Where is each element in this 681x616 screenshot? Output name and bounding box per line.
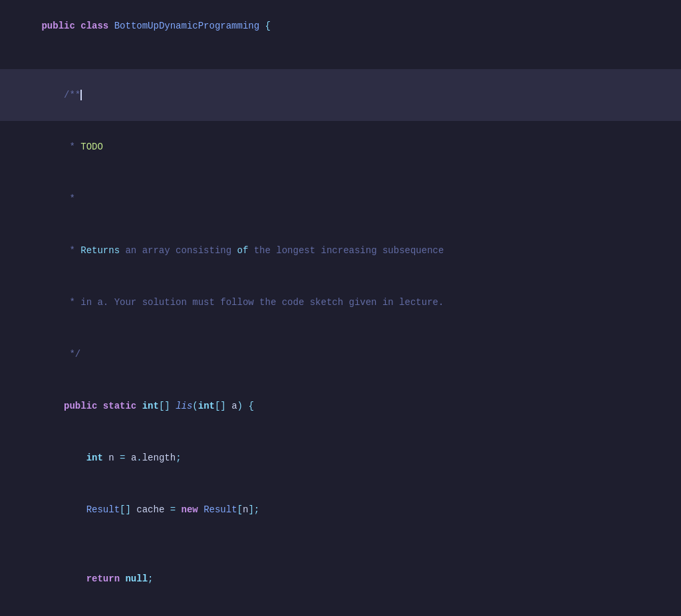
code-line: public class BottomUpDynamicProgramming … [0,0,681,52]
code-line: Result[] cache = new Result[n]; [0,484,681,536]
code-line: } [0,605,681,616]
code-line: * [0,173,681,225]
code-editor: public class BottomUpDynamicProgramming … [0,0,681,616]
code-line: */ [0,328,681,380]
code-line: * TODO [0,121,681,173]
code-line: * in a. Your solution must follow the co… [0,276,681,328]
code-line: /** [0,69,681,121]
code-line: int n = a.length; [0,432,681,484]
code-line [0,536,681,553]
code-line: * Returns an array consisting of the lon… [0,225,681,276]
code-line [0,52,681,69]
code-line: return null; [0,553,681,605]
code-line: public static int[] lis(int[] a) { [0,380,681,432]
